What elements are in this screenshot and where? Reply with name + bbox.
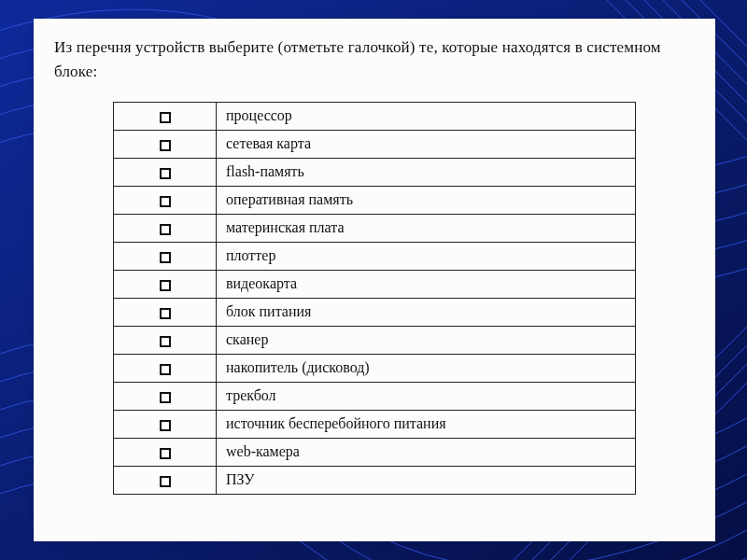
device-label: web-камера <box>217 438 636 466</box>
checkbox-cell[interactable] <box>114 382 217 410</box>
question-prompt: Из перечня устройств выберите (отметьте … <box>54 35 695 85</box>
checkbox-icon <box>160 224 171 235</box>
checkbox-icon <box>160 420 171 431</box>
table-row: web-камера <box>114 438 636 466</box>
checkbox-cell[interactable] <box>114 326 217 354</box>
checkbox-cell[interactable] <box>114 438 217 466</box>
device-label: ПЗУ <box>217 466 636 494</box>
checkbox-icon <box>160 252 171 263</box>
checkbox-icon <box>160 392 171 403</box>
table-row: источник бесперебойного питания <box>114 410 636 438</box>
checkbox-cell[interactable] <box>114 270 217 298</box>
device-label: материнская плата <box>217 214 636 242</box>
table-row: сетевая карта <box>114 130 636 158</box>
checkbox-cell[interactable] <box>114 214 217 242</box>
table-row: ПЗУ <box>114 466 636 494</box>
table-row: видеокарта <box>114 270 636 298</box>
table-row: процессор <box>114 102 636 130</box>
device-label: сканер <box>217 326 636 354</box>
table-row: сканер <box>114 326 636 354</box>
checkbox-cell[interactable] <box>114 410 217 438</box>
device-label: сетевая карта <box>217 130 636 158</box>
checkbox-icon <box>160 168 171 179</box>
checkbox-icon <box>160 140 171 151</box>
checkbox-icon <box>160 336 171 347</box>
checkbox-icon <box>160 364 171 375</box>
checkbox-icon <box>160 448 171 459</box>
checkbox-icon <box>160 112 171 123</box>
checkbox-icon <box>160 308 171 319</box>
device-label: видеокарта <box>217 270 636 298</box>
checkbox-cell[interactable] <box>114 466 217 494</box>
device-label: плоттер <box>217 242 636 270</box>
checkbox-cell[interactable] <box>114 186 217 214</box>
checkbox-icon <box>160 280 171 291</box>
checkbox-cell[interactable] <box>114 102 217 130</box>
checkbox-cell[interactable] <box>114 298 217 326</box>
table-row: накопитель (дисковод) <box>114 354 636 382</box>
table-row: блок питания <box>114 298 636 326</box>
worksheet-paper: Из перечня устройств выберите (отметьте … <box>34 19 715 541</box>
device-label: источник бесперебойного питания <box>217 410 636 438</box>
device-label: процессор <box>217 102 636 130</box>
table-row: плоттер <box>114 242 636 270</box>
device-table: процессор сетевая карта flash-память опе… <box>113 102 636 495</box>
checkbox-cell[interactable] <box>114 158 217 186</box>
device-label: оперативная память <box>217 186 636 214</box>
device-label: трекбол <box>217 382 636 410</box>
checkbox-cell[interactable] <box>114 242 217 270</box>
checkbox-cell[interactable] <box>114 354 217 382</box>
table-row: оперативная память <box>114 186 636 214</box>
device-label: накопитель (дисковод) <box>217 354 636 382</box>
checkbox-icon <box>160 476 171 487</box>
table-row: материнская плата <box>114 214 636 242</box>
checkbox-cell[interactable] <box>114 130 217 158</box>
device-label: flash-память <box>217 158 636 186</box>
device-label: блок питания <box>217 298 636 326</box>
checkbox-icon <box>160 196 171 207</box>
table-row: flash-память <box>114 158 636 186</box>
table-row: трекбол <box>114 382 636 410</box>
